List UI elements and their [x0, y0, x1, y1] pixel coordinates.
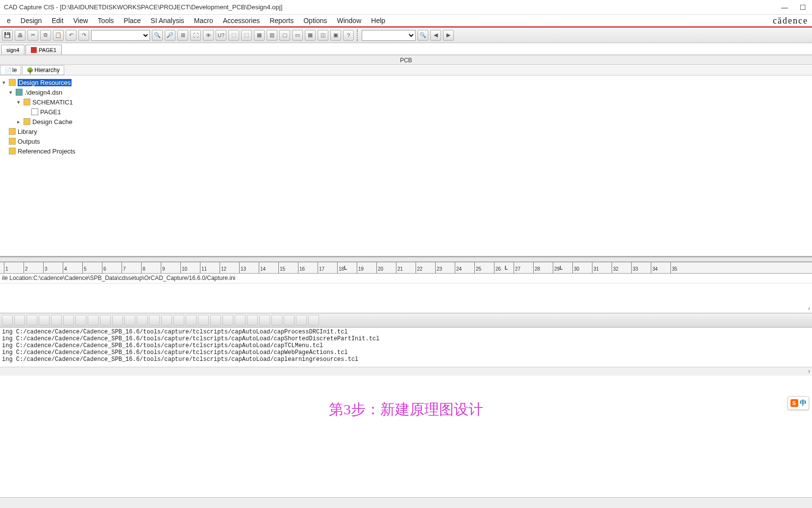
tree-schematic1[interactable]: ▾ SCHEMATIC1: [1, 97, 811, 107]
place-ground-button[interactable]: [100, 315, 111, 326]
undo-button[interactable]: ↶: [66, 30, 76, 41]
tree-page1[interactable]: PAGE1: [1, 107, 811, 117]
redo-button[interactable]: ↷: [78, 30, 89, 41]
menu-options[interactable]: Options: [298, 15, 332, 26]
ruler-tick: 2: [24, 262, 24, 273]
toggle-visibility-button[interactable]: 👁: [203, 30, 214, 41]
u-question-button[interactable]: U?: [216, 30, 226, 41]
place-polyline-button[interactable]: [186, 315, 197, 326]
tcl-console[interactable]: ing C:/cadence/Cadence/Cadence_SPB_16.6/…: [0, 328, 812, 367]
place-ole-button[interactable]: [259, 315, 270, 326]
place-toolbar: [0, 313, 812, 328]
back-annotate-button[interactable]: ⬚: [241, 30, 252, 41]
menu-si-analysis[interactable]: SI Analysis: [146, 15, 189, 26]
tree-referenced-projects[interactable]: Referenced Projects: [1, 146, 811, 156]
place-netgroup-button[interactable]: [296, 315, 307, 326]
bom-button[interactable]: ▭: [292, 30, 303, 41]
menu-macro[interactable]: Macro: [189, 15, 218, 26]
menu-edit[interactable]: Edit: [47, 15, 68, 26]
place-busentry-button[interactable]: [75, 315, 86, 326]
zoom-in-button[interactable]: 🔍: [152, 30, 163, 41]
ruler-tick: 31: [592, 262, 592, 273]
cut-button[interactable]: ✂: [27, 30, 38, 41]
menu-reports[interactable]: Reports: [265, 15, 298, 26]
place-offpage-button[interactable]: [149, 315, 160, 326]
place-noconnect-button[interactable]: [161, 315, 172, 326]
save-button[interactable]: 💾: [2, 30, 13, 41]
collapse-icon[interactable]: ▾: [8, 89, 14, 96]
part-search-combo[interactable]: [91, 30, 150, 41]
place-wire-button[interactable]: [26, 315, 37, 326]
cross-ref-button[interactable]: ▢: [279, 30, 290, 41]
menu-help[interactable]: Help: [366, 15, 390, 26]
place-ellipse-button[interactable]: [210, 315, 221, 326]
place-line-button[interactable]: [173, 315, 184, 326]
place-power-button[interactable]: [88, 315, 98, 326]
place-hierblock-button[interactable]: [112, 315, 123, 326]
tree-design-cache[interactable]: ▸ Design Cache: [1, 117, 811, 127]
expand-icon[interactable]: ▸: [16, 119, 22, 125]
annotate-button[interactable]: ⬚: [228, 30, 239, 41]
menu-design[interactable]: Design: [16, 15, 47, 26]
folder-open-icon: [24, 99, 30, 105]
place-text-button[interactable]: [235, 315, 246, 326]
print-button[interactable]: 🖶: [15, 30, 25, 41]
place-bus-button[interactable]: [51, 315, 62, 326]
place-variant-button[interactable]: [308, 315, 319, 326]
tab-design4-label: sign4: [6, 47, 19, 53]
scroll-right-icon[interactable]: ›: [808, 368, 810, 375]
paste-button[interactable]: 📋: [53, 30, 64, 41]
ruler-tick: 11: [200, 262, 200, 273]
tree-design-resources[interactable]: ▾ Design Resources: [1, 77, 811, 87]
subtab-file[interactable]: 📄 le: [0, 65, 21, 75]
tree-library[interactable]: Library: [1, 127, 811, 136]
tree-dsn-file[interactable]: ▾ .\design4.dsn: [1, 87, 811, 97]
snap-grid-button[interactable]: ▦: [305, 30, 316, 41]
place-hierpin-button[interactable]: [137, 315, 148, 326]
console-scrollbar[interactable]: ›: [0, 367, 812, 376]
place-hierport-button[interactable]: [124, 315, 135, 326]
menu-view[interactable]: View: [69, 15, 93, 26]
copy-button[interactable]: ⧉: [40, 30, 51, 41]
place-titleblock-button[interactable]: [271, 315, 282, 326]
place-junction-button[interactable]: [63, 315, 74, 326]
zoom-area-button[interactable]: ⊞: [177, 30, 188, 41]
ruler-tick: 7: [122, 262, 122, 273]
subtab-hierarchy[interactable]: 🌳 Hierarchy: [22, 65, 64, 75]
ruler-tick: 25: [474, 262, 475, 273]
minimize-button[interactable]: —: [781, 3, 788, 11]
tab-design4[interactable]: sign4: [1, 45, 25, 54]
place-rectangle-button[interactable]: [198, 315, 209, 326]
collapse-icon[interactable]: ▾: [16, 99, 22, 105]
menu-window[interactable]: Window: [332, 15, 366, 26]
splitter-bar[interactable]: [0, 257, 812, 262]
find-button[interactable]: 🔍: [418, 30, 428, 41]
menu-accessories[interactable]: Accessories: [218, 15, 265, 26]
place-arc-button[interactable]: [222, 315, 233, 326]
zoom-out-button[interactable]: 🔎: [165, 30, 175, 41]
tab-page1[interactable]: PAGE1: [25, 45, 62, 54]
ime-indicator[interactable]: S 中: [787, 396, 809, 410]
menu-tools[interactable]: Tools: [93, 15, 119, 26]
menu-place[interactable]: Place: [119, 15, 146, 26]
netlist-button[interactable]: ▥: [267, 30, 277, 41]
collapse-icon[interactable]: ▾: [1, 79, 7, 86]
place-select-button[interactable]: [2, 315, 13, 326]
scroll-right-icon[interactable]: ›: [808, 305, 810, 312]
drc-button[interactable]: ▦: [254, 30, 265, 41]
help-button[interactable]: ?: [343, 30, 354, 41]
place-picture-button[interactable]: [247, 315, 258, 326]
place-bookmark-button[interactable]: [284, 315, 295, 326]
find-prev-button[interactable]: ◀: [430, 30, 441, 41]
area-select-button[interactable]: ◫: [318, 30, 328, 41]
zoom-fit-button[interactable]: ⛶: [190, 30, 201, 41]
menu-file[interactable]: e: [2, 15, 16, 26]
find-combo[interactable]: [362, 30, 416, 41]
find-next-button[interactable]: ▶: [443, 30, 454, 41]
maximize-button[interactable]: ☐: [800, 3, 806, 11]
project-tree[interactable]: ▾ Design Resources ▾ .\design4.dsn ▾ SCH…: [0, 76, 812, 257]
place-arrow-button[interactable]: [14, 315, 25, 326]
tree-outputs[interactable]: Outputs: [1, 136, 811, 146]
project-mgr-button[interactable]: ▣: [330, 30, 341, 41]
place-netalias-button[interactable]: [39, 315, 49, 326]
